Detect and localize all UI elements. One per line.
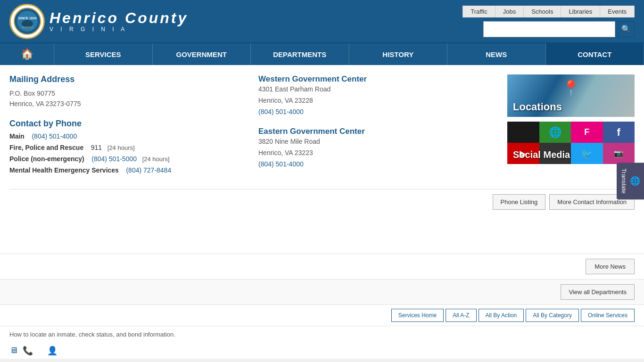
libraries-link[interactable]: Libraries [561, 6, 600, 17]
phone-fire-row: Fire, Police and Rescue 911 [24 hours] [9, 144, 249, 151]
phone-fire-note: [24 hours] [107, 144, 135, 151]
view-dept-row: View all Departments [0, 279, 644, 304]
social-dark1 [507, 122, 539, 143]
western-gov-link[interactable]: Western Government Center [258, 74, 367, 83]
nav-government[interactable]: GOVERNMENT [153, 43, 251, 65]
social-youtube[interactable]: ▶ [507, 143, 539, 164]
contact-right: 📍 Locations 🌐 F f ▶ 🐦 📷 Social Media [507, 74, 635, 180]
phone-main-link[interactable]: (804) 501-4000 [32, 132, 77, 140]
social-media-panel: 🌐 F f ▶ 🐦 📷 Social Media [507, 122, 635, 164]
phone-section: Contact by Phone Main (804) 501-4000 Fir… [9, 119, 249, 174]
western-line2: Henrico, VA 23228 [258, 95, 498, 107]
social-twitter[interactable]: 🐦 [571, 143, 603, 164]
mailing-title: Mailing Address [9, 74, 249, 84]
action-buttons: Phone Listing More Contact Information [9, 189, 635, 210]
logo-area: SINCE 1634 HENRICO Henrico County V I R … [9, 4, 188, 39]
phone-icon: 📞 [23, 346, 33, 356]
eastern-gov-link[interactable]: Eastern Government Center [258, 127, 365, 136]
traffic-link[interactable]: Traffic [462, 6, 495, 17]
social-instagram[interactable]: 📷 [603, 143, 635, 164]
phone-fire-label: Fire, Police and Rescue [9, 144, 83, 151]
contact-left: Mailing Address P.O. Box 90775 Henrico, … [9, 74, 249, 180]
phone-main-row: Main (804) 501-4000 [9, 132, 249, 140]
person-icon: 👤 [47, 346, 58, 356]
locations-label: Locations [513, 101, 562, 113]
phone-police-label: Police (non-emergency) [9, 155, 84, 163]
social-facebook[interactable]: f [603, 122, 635, 143]
social-grid: 🌐 F f ▶ 🐦 📷 [507, 122, 635, 164]
phone-title: Contact by Phone [9, 119, 249, 129]
header: SINCE 1634 HENRICO Henrico County V I R … [0, 0, 644, 42]
translate-button[interactable]: 🌐 Translate [617, 163, 644, 199]
mailing-line1: P.O. Box 90775 [9, 88, 249, 99]
all-az-button[interactable]: All A-Z [446, 309, 476, 322]
phone-mental-label: Mental Health Emergency Services [9, 166, 119, 174]
phone-mental-link[interactable]: (804) 727-8484 [126, 166, 171, 174]
phone-mental-row: Mental Health Emergency Services (804) 7… [9, 166, 249, 174]
western-gov: Western Government Center 4301 East Parh… [258, 74, 498, 117]
logo-text: Henrico County V I R G I N I A [50, 10, 188, 33]
top-links: Traffic Jobs Schools Libraries Events [462, 6, 635, 17]
search-button[interactable]: 🔍 [618, 21, 635, 37]
contact-section: Mailing Address P.O. Box 90775 Henrico, … [9, 74, 635, 180]
phone-listing-button[interactable]: Phone Listing [493, 194, 546, 210]
mailing-line2: Henrico, VA 23273-0775 [9, 99, 249, 109]
services-home-button[interactable]: Services Home [391, 309, 444, 322]
nav: 🏠 SERVICES GOVERNMENT DEPARTMENTS HISTOR… [0, 42, 644, 65]
phone-main-label: Main [9, 132, 25, 140]
bottom-description: How to locate an inmate, check status, a… [9, 331, 175, 338]
online-services-button[interactable]: Online Services [581, 309, 635, 322]
eastern-gov: Eastern Government Center 3820 Nine Mile… [258, 127, 498, 170]
view-departments-button[interactable]: View all Departments [561, 284, 635, 300]
services-toolbar: Services Home All A-Z All By Action All … [0, 304, 644, 326]
bottom-icons: 🖥 📞 👤 [0, 343, 644, 359]
phone-police-note: [24 hours] [142, 156, 170, 163]
contact-center: Western Government Center 4301 East Parh… [258, 74, 498, 180]
nav-departments[interactable]: DEPARTMENTS [251, 43, 349, 65]
eastern-line1: 3820 Nine Mile Road [258, 136, 498, 148]
events-link[interactable]: Events [600, 6, 635, 17]
search-area: 🔍 [483, 21, 635, 37]
svg-text:SINCE 1634: SINCE 1634 [18, 16, 36, 20]
social-foursquare[interactable]: F [571, 122, 603, 143]
social-dark2 [539, 143, 571, 164]
all-by-action-button[interactable]: All By Action [479, 309, 524, 322]
svg-text:HENRICO: HENRICO [22, 26, 33, 29]
phone-fire-number: 911 [91, 144, 102, 151]
more-news-row: More News [0, 254, 644, 279]
eastern-line2: Henrico, VA 23223 [258, 148, 498, 159]
translate-label: Translate [620, 168, 627, 194]
phone-police-row: Police (non-emergency) (804) 501-5000 [2… [9, 155, 249, 163]
logo-circle: SINCE 1634 HENRICO [9, 4, 45, 39]
social-globe[interactable]: 🌐 [539, 122, 571, 143]
header-right: Traffic Jobs Schools Libraries Events 🔍 [462, 6, 635, 37]
nav-news[interactable]: NEWS [447, 43, 546, 65]
nav-contact[interactable]: CONTACT [546, 43, 644, 65]
schools-link[interactable]: Schools [524, 6, 561, 17]
nav-history[interactable]: HISTORY [349, 43, 448, 65]
bottom-text: How to locate an inmate, check status, a… [0, 326, 644, 343]
phone-police-link[interactable]: (804) 501-5000 [91, 155, 137, 163]
more-news-button[interactable]: More News [586, 259, 635, 274]
nav-services[interactable]: SERVICES [54, 43, 153, 65]
all-by-category-button[interactable]: All By Category [526, 309, 579, 322]
jobs-link[interactable]: Jobs [495, 6, 524, 17]
monitor-icon: 🖥 [9, 346, 18, 356]
locations-panel[interactable]: 📍 Locations [507, 74, 635, 117]
western-line1: 4301 East Parham Road [258, 84, 498, 95]
main-content: Mailing Address P.O. Box 90775 Henrico, … [0, 65, 644, 254]
eastern-phone[interactable]: (804) 501-4000 [258, 160, 304, 168]
western-phone[interactable]: (804) 501-4000 [258, 108, 304, 115]
nav-home[interactable]: 🏠 [0, 43, 54, 65]
translate-icon: 🌐 [630, 176, 640, 186]
search-input[interactable] [483, 21, 615, 37]
